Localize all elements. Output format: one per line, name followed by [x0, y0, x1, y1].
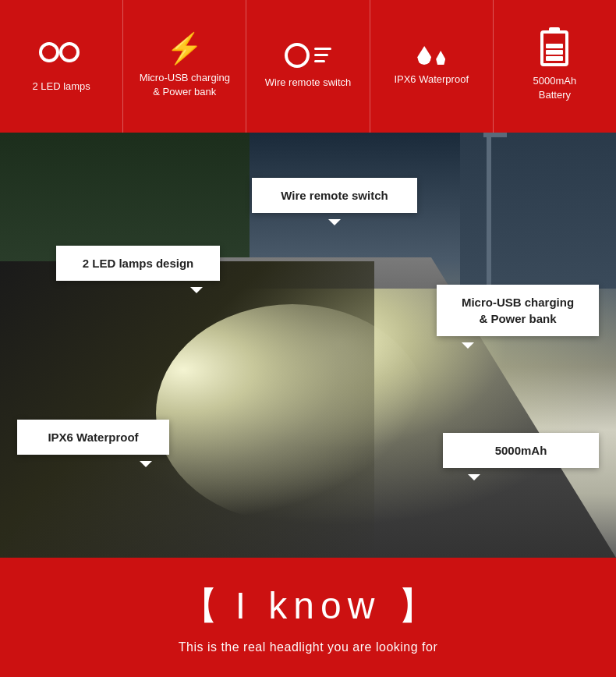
callout-battery-capacity: 5000mAh: [443, 433, 599, 468]
headlight-icon: [285, 43, 331, 68]
callout-led-design: 2 LED lamps design: [56, 246, 220, 281]
wire-label: Wire remote switch: [265, 76, 352, 90]
feature-waterproof: IPX6 Waterproof: [370, 0, 494, 133]
feature-battery: 5000mAh Battery: [494, 0, 616, 133]
bottom-section: 【 I know 】 This is the real headlight yo…: [0, 558, 616, 677]
feature-wire: Wire remote switch: [246, 0, 370, 133]
led-label: 2 LED lamps: [32, 80, 90, 94]
light-beam: [156, 304, 429, 523]
waterproof-icon: [417, 46, 445, 65]
callout-wire-text: Wire remote switch: [281, 189, 388, 202]
callout-ipx-text: IPX6 Waterproof: [48, 431, 138, 444]
bottom-headline: 【 I know 】: [181, 581, 434, 631]
callout-usb-charging: Micro-USB charging & Power bank: [437, 285, 599, 336]
battery-icon: [540, 30, 568, 66]
bracket-open: 【: [181, 585, 218, 626]
bracket-close: 】: [398, 585, 435, 626]
headline-text: I know: [218, 585, 397, 626]
usb-label: Micro-USB charging & Power bank: [140, 71, 230, 99]
callout-wire-switch: Wire remote switch: [252, 178, 417, 213]
usb-icon: ⚡: [166, 34, 203, 63]
feature-usb: ⚡ Micro-USB charging & Power bank: [123, 0, 246, 133]
lamp-arm: [483, 133, 507, 137]
waterproof-label: IPX6 Waterproof: [394, 73, 469, 87]
feature-bar: 2 LED lamps ⚡ Micro-USB charging & Power…: [0, 0, 616, 133]
main-image-section: Wire remote switch 2 LED lamps design Mi…: [0, 133, 616, 558]
callout-battery-text: 5000mAh: [495, 444, 547, 457]
callout-usb-text: Micro-USB charging & Power bank: [462, 296, 574, 325]
callout-ipx-waterproof: IPX6 Waterproof: [17, 420, 169, 455]
battery-label: 5000mAh Battery: [533, 74, 577, 102]
led-icon: [39, 38, 84, 72]
bottom-subtext: This is the real headlight you are looki…: [179, 640, 438, 654]
feature-led: 2 LED lamps: [0, 0, 123, 133]
bg-wall: [460, 133, 616, 289]
callout-led-text: 2 LED lamps design: [83, 257, 194, 270]
